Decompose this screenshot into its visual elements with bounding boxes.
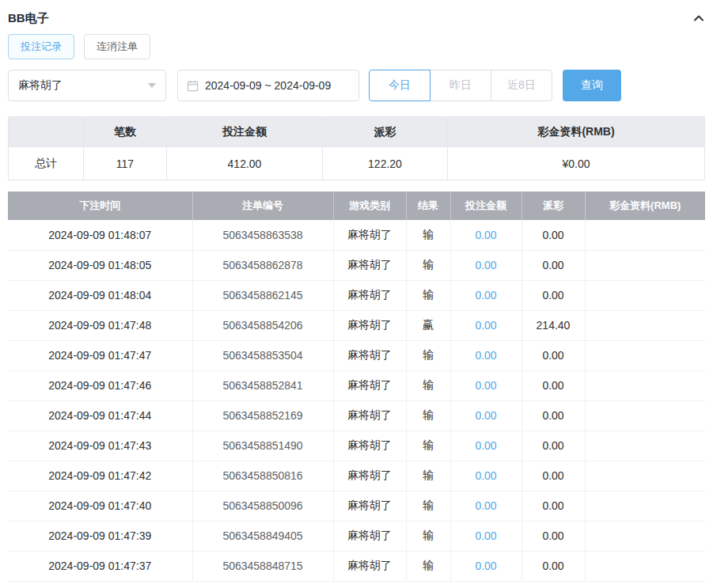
table-row: 2024-09-09 01:47:40 5063458850096 麻将胡了 输… <box>8 491 705 521</box>
bet-time: 2024-09-09 01:48:07 <box>8 220 192 250</box>
game-type: 麻将胡了 <box>333 461 406 491</box>
order-id: 5063458863538 <box>192 220 333 250</box>
col-header-result: 结果 <box>406 192 450 220</box>
col-header-payout: 派彩 <box>521 192 585 220</box>
summary-table: 笔数 投注金额 派彩 彩金资料(RMB) 总计 117 412.00 122.2… <box>8 116 705 180</box>
bet-amount-link[interactable]: 0.00 <box>450 280 521 310</box>
order-id: 5063458850816 <box>192 461 333 491</box>
quick-date-group: 今日 昨日 近8日 <box>369 70 552 101</box>
bonus <box>585 431 705 461</box>
date-range-value: 2024-09-09 ~ 2024-09-09 <box>205 79 331 92</box>
result: 输 <box>406 220 450 250</box>
bet-amount-link[interactable]: 0.00 <box>450 400 521 431</box>
order-id: 5063458853504 <box>192 340 333 370</box>
col-header-game-type: 游戏类别 <box>333 192 406 220</box>
game-type: 麻将胡了 <box>333 551 406 581</box>
table-row: 2024-09-09 01:47:39 5063458849405 麻将胡了 输… <box>8 521 705 551</box>
bet-time: 2024-09-09 01:47:47 <box>8 340 192 370</box>
bet-amount-link[interactable]: 0.00 <box>450 250 521 280</box>
game-type: 麻将胡了 <box>333 340 406 370</box>
bet-amount-link[interactable]: 0.00 <box>450 461 521 491</box>
search-button[interactable]: 查询 <box>563 70 621 101</box>
order-id: 5063458862878 <box>192 250 333 280</box>
bet-amount-link[interactable]: 0.00 <box>450 220 521 250</box>
result: 输 <box>406 431 450 461</box>
bet-amount-link[interactable]: 0.00 <box>450 310 521 340</box>
bonus <box>585 551 705 581</box>
col-header-bet-amount: 投注金额 <box>450 192 521 220</box>
payout: 0.00 <box>521 521 585 551</box>
order-id: 5063458862145 <box>192 280 333 310</box>
payout: 0.00 <box>521 250 585 280</box>
bonus <box>585 220 705 250</box>
game-type: 麻将胡了 <box>333 220 406 250</box>
result: 输 <box>406 280 450 310</box>
filter-bar: 麻将胡了 2024-09-09 ~ 2024-09-09 今日 昨日 近8日 查… <box>8 70 705 101</box>
bet-table-header-row: 下注时间 注单编号 游戏类别 结果 投注金额 派彩 彩金资料(RMB) <box>8 192 705 220</box>
bonus <box>585 250 705 280</box>
bet-amount-link[interactable]: 0.00 <box>450 370 521 400</box>
bet-amount-link[interactable]: 0.00 <box>450 521 521 551</box>
game-type: 麻将胡了 <box>333 280 406 310</box>
payout: 0.00 <box>521 280 585 310</box>
table-row: 2024-09-09 01:47:48 5063458854206 麻将胡了 赢… <box>8 310 705 340</box>
payout: 0.00 <box>521 370 585 400</box>
table-row: 2024-09-09 01:47:43 5063458851490 麻将胡了 输… <box>8 431 705 461</box>
page-title: BB电子 <box>8 11 49 26</box>
table-row: 2024-09-09 01:48:05 5063458862878 麻将胡了 输… <box>8 250 705 280</box>
bonus <box>585 521 705 551</box>
payout: 0.00 <box>521 491 585 521</box>
summary-col-count: 笔数 <box>84 117 167 147</box>
result: 输 <box>406 551 450 581</box>
bet-time: 2024-09-09 01:48:05 <box>8 250 192 280</box>
chevron-down-icon <box>148 83 156 88</box>
table-row: 2024-09-09 01:47:46 5063458852841 麻将胡了 输… <box>8 370 705 400</box>
game-type: 麻将胡了 <box>333 491 406 521</box>
bet-amount-link[interactable]: 0.00 <box>450 431 521 461</box>
bonus <box>585 370 705 400</box>
summary-total-row: 总计 117 412.00 122.20 ¥0.00 <box>9 147 705 180</box>
tab-bet-records[interactable]: 投注记录 <box>8 34 74 59</box>
bet-time: 2024-09-09 01:47:39 <box>8 521 192 551</box>
bet-time: 2024-09-09 01:47:46 <box>8 370 192 400</box>
summary-header-row: 笔数 投注金额 派彩 彩金资料(RMB) <box>9 117 705 147</box>
bonus <box>585 340 705 370</box>
table-row: 2024-09-09 01:47:47 5063458853504 麻将胡了 输… <box>8 340 705 370</box>
summary-col-payout: 派彩 <box>323 117 448 147</box>
summary-col-bonus: 彩金资料(RMB) <box>448 117 705 147</box>
order-id: 5063458854206 <box>192 310 333 340</box>
date-range-input[interactable]: 2024-09-09 ~ 2024-09-09 <box>177 70 359 101</box>
bonus <box>585 400 705 431</box>
result: 输 <box>406 491 450 521</box>
game-type: 麻将胡了 <box>333 521 406 551</box>
bet-time: 2024-09-09 01:47:44 <box>8 400 192 431</box>
bet-amount-link[interactable]: 0.00 <box>450 340 521 370</box>
quick-btn-yesterday[interactable]: 昨日 <box>430 70 491 101</box>
table-row: 2024-09-09 01:47:44 5063458852169 麻将胡了 输… <box>8 400 705 431</box>
bet-time: 2024-09-09 01:47:48 <box>8 310 192 340</box>
collapse-panel-button[interactable] <box>692 12 705 25</box>
summary-total-label: 总计 <box>9 147 84 180</box>
payout: 0.00 <box>521 431 585 461</box>
bet-time: 2024-09-09 01:47:42 <box>8 461 192 491</box>
bonus <box>585 280 705 310</box>
game-type: 麻将胡了 <box>333 370 406 400</box>
payout: 0.00 <box>521 340 585 370</box>
quick-btn-last-8-days[interactable]: 近8日 <box>491 70 552 101</box>
game-select[interactable]: 麻将胡了 <box>8 70 166 101</box>
tab-cancelled-orders[interactable]: 连消注单 <box>84 34 150 59</box>
col-header-bet-time: 下注时间 <box>8 192 192 220</box>
bet-time: 2024-09-09 01:47:37 <box>8 551 192 581</box>
col-header-order-id: 注单编号 <box>192 192 333 220</box>
bet-time: 2024-09-09 01:47:43 <box>8 431 192 461</box>
table-row: 2024-09-09 01:47:37 5063458848715 麻将胡了 输… <box>8 551 705 581</box>
table-row: 2024-09-09 01:48:04 5063458862145 麻将胡了 输… <box>8 280 705 310</box>
bet-table: 下注时间 注单编号 游戏类别 结果 投注金额 派彩 彩金资料(RMB) 2024… <box>8 192 705 582</box>
summary-total-bet: 412.00 <box>167 147 323 180</box>
payout: 0.00 <box>521 400 585 431</box>
quick-btn-today[interactable]: 今日 <box>369 70 430 101</box>
bet-amount-link[interactable]: 0.00 <box>450 551 521 581</box>
table-row: 2024-09-09 01:48:07 5063458863538 麻将胡了 输… <box>8 220 705 250</box>
table-row: 2024-09-09 01:47:42 5063458850816 麻将胡了 输… <box>8 461 705 491</box>
bet-amount-link[interactable]: 0.00 <box>450 491 521 521</box>
